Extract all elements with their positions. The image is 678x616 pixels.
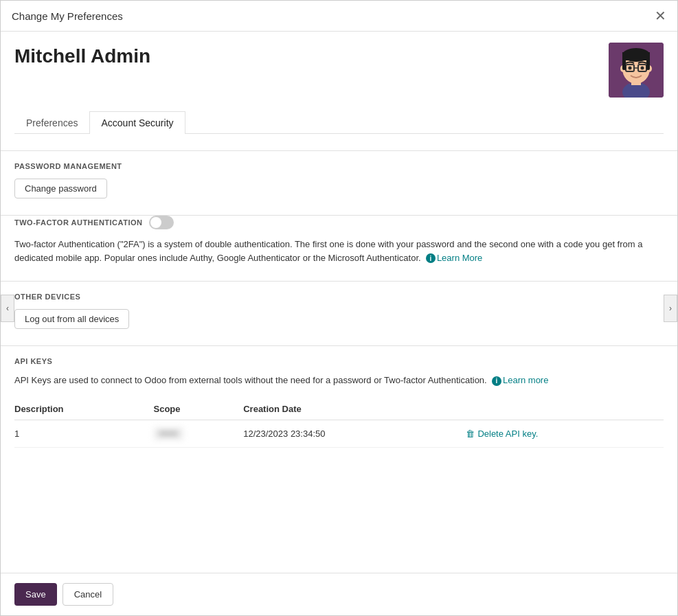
modal-header: Change My Preferences ✕	[1, 1, 677, 32]
user-name: Mitchell Admin	[14, 45, 150, 67]
cancel-button[interactable]: Cancel	[63, 583, 113, 606]
delete-api-key-link[interactable]: 🗑 Delete API key.	[466, 429, 658, 439]
col-actions	[466, 398, 664, 420]
trash-icon: 🗑	[466, 429, 475, 439]
chevron-left-icon: ‹	[6, 304, 9, 313]
col-scope: Scope	[154, 398, 244, 420]
col-description: Description	[14, 398, 154, 420]
svg-rect-5	[622, 52, 650, 60]
table-header-row: Description Scope Creation Date	[14, 398, 664, 420]
api-info-icon: i	[492, 376, 501, 386]
close-button[interactable]: ✕	[655, 9, 666, 23]
tfa-description-text: Two-factor Authentication ("2FA") is a s…	[14, 239, 642, 263]
cell-scope: ••••••	[154, 420, 244, 447]
tab-preferences[interactable]: Preferences	[14, 111, 89, 134]
api-keys-table: Description Scope Creation Date 1 ••••••…	[14, 398, 664, 448]
tab-account-security[interactable]: Account Security	[89, 111, 185, 134]
tfa-description: Two-factor Authentication ("2FA") is a s…	[14, 238, 664, 264]
api-keys-description-text: API Keys are used to connect to Odoo fro…	[14, 375, 487, 385]
other-devices-title: OTHER DEVICES	[14, 282, 664, 309]
svg-rect-13	[622, 59, 626, 70]
nav-left-button[interactable]: ‹	[1, 295, 14, 322]
section-api-keys: API KEYS API Keys are used to connect to…	[14, 345, 664, 448]
section-other-devices: OTHER DEVICES Log out from all devices	[14, 281, 664, 329]
col-creation-date: Creation Date	[243, 398, 466, 420]
svg-point-11	[629, 67, 632, 70]
two-factor-title: TWO-FACTOR AUTHENTICATION	[14, 218, 142, 227]
modal-title: Change My Preferences	[12, 10, 123, 22]
save-button[interactable]: Save	[14, 583, 57, 606]
delete-label: Delete API key.	[477, 429, 538, 439]
two-factor-toggle[interactable]	[149, 216, 174, 229]
section-password-management: PASSWORD MANAGEMENT Change password	[14, 150, 664, 198]
modal-body: Mitchell Admin	[1, 32, 677, 573]
change-password-button[interactable]: Change password	[14, 179, 107, 198]
section-two-factor: TWO-FACTOR AUTHENTICATION Two-factor Aut…	[14, 215, 664, 264]
cell-creation-date: 12/23/2023 23:34:50	[243, 420, 466, 447]
svg-point-12	[641, 67, 644, 70]
user-section: Mitchell Admin	[14, 43, 664, 98]
modal-footer: Save Cancel	[1, 573, 677, 615]
nav-right-button[interactable]: ›	[664, 295, 677, 322]
api-keys-title: API KEYS	[14, 346, 664, 374]
api-keys-description: API Keys are used to connect to Odoo fro…	[14, 374, 664, 387]
tabs-bar: Preferences Account Security	[14, 111, 664, 134]
info-icon: i	[426, 253, 436, 263]
learn-more-api-link[interactable]: Learn more	[503, 375, 548, 385]
cell-delete: 🗑 Delete API key.	[466, 420, 664, 447]
modal: ‹ › Change My Preferences ✕ Mitchell Adm…	[0, 0, 678, 616]
avatar	[609, 43, 664, 98]
password-management-title: PASSWORD MANAGEMENT	[14, 151, 664, 179]
tfa-row: TWO-FACTOR AUTHENTICATION	[14, 216, 664, 229]
logout-all-devices-button[interactable]: Log out from all devices	[14, 309, 129, 329]
spacer	[14, 464, 664, 505]
cell-description: 1	[14, 420, 154, 447]
table-row: 1 •••••• 12/23/2023 23:34:50 🗑 Delete AP…	[14, 420, 664, 447]
learn-more-2fa-link[interactable]: Learn More	[437, 253, 482, 263]
svg-rect-14	[646, 59, 650, 70]
chevron-right-icon: ›	[669, 304, 672, 313]
